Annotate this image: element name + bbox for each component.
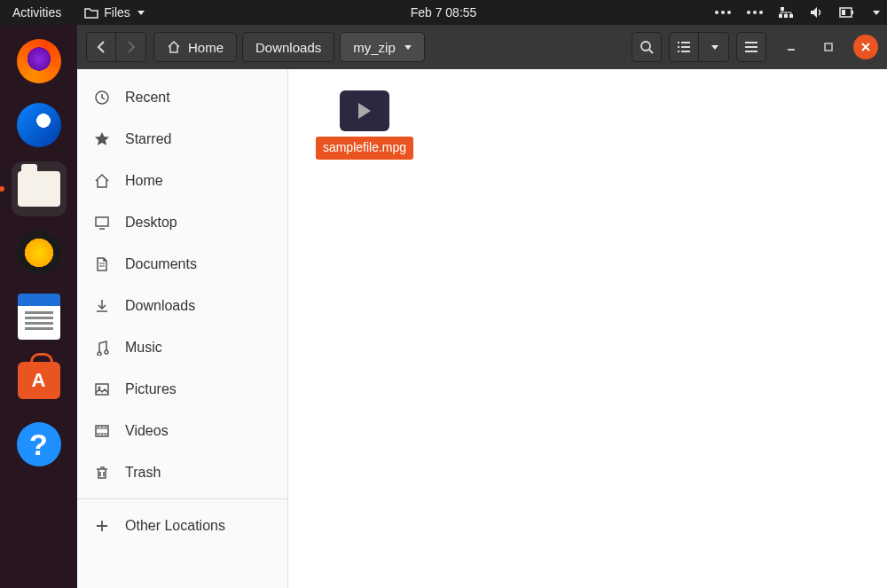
sidebar-item-label: Videos: [125, 423, 169, 439]
sidebar-item-label: Trash: [125, 465, 161, 481]
nav-buttons: [86, 32, 146, 62]
dock-app-firefox[interactable]: [12, 34, 67, 89]
file-item[interactable]: samplefile.mpg: [320, 90, 409, 160]
folder-icon: [18, 171, 60, 207]
pictures-icon: [93, 380, 111, 398]
sidebar-item-label: Other Locations: [125, 518, 225, 534]
close-button[interactable]: [853, 35, 878, 59]
activities-button[interactable]: Activities: [0, 0, 74, 25]
downloads-icon: [93, 297, 111, 315]
view-dropdown-button[interactable]: [699, 32, 729, 62]
documents-icon: [93, 255, 111, 273]
volume-icon[interactable]: [809, 5, 823, 20]
sidebar-item-trash[interactable]: Trash: [77, 451, 287, 493]
chevron-right-icon: [127, 41, 136, 53]
sidebar-item-label: Music: [125, 340, 162, 356]
sidebar-item-label: Documents: [125, 256, 197, 272]
app-menu-label: Files: [104, 5, 130, 20]
sidebar-item-pictures[interactable]: Pictures: [77, 368, 287, 410]
svg-point-7: [641, 42, 650, 51]
places-sidebar: Recent Starred Home Desktop Documents Do…: [77, 69, 288, 588]
home-icon: [167, 40, 181, 54]
video-thumbnail: [340, 90, 389, 131]
files-window: Home Downloads my_zip: [77, 25, 887, 588]
path-segment-downloads[interactable]: Downloads: [242, 32, 334, 62]
search-button[interactable]: [632, 32, 662, 62]
path-label: Home: [188, 40, 224, 55]
thunderbird-icon: [17, 103, 61, 147]
sidebar-item-other-locations[interactable]: Other Locations: [77, 505, 287, 546]
chevron-left-icon: [97, 41, 106, 53]
sidebar-item-label: Home: [125, 173, 163, 189]
svg-rect-6: [842, 10, 845, 15]
sidebar-item-videos[interactable]: Videos: [77, 410, 287, 451]
sidebar-item-recent[interactable]: Recent: [77, 76, 287, 118]
list-icon: [677, 41, 691, 53]
gnome-topbar: Activities Files Feb 7 08:55: [0, 0, 887, 25]
separator: [77, 498, 287, 499]
ubuntu-dock: ?: [0, 25, 77, 588]
dock-app-files[interactable]: [12, 161, 67, 216]
question-icon: ?: [17, 422, 61, 466]
dock-app-libreoffice-writer[interactable]: [12, 289, 67, 344]
hamburger-menu-button[interactable]: [736, 32, 766, 62]
sidebar-item-downloads[interactable]: Downloads: [77, 285, 287, 326]
path-segment-current[interactable]: my_zip: [340, 32, 425, 62]
chevron-down-icon: [404, 45, 412, 50]
close-icon: [861, 43, 870, 51]
dock-app-ubuntu-software[interactable]: [12, 353, 67, 408]
chevron-down-icon: [711, 45, 718, 50]
maximize-icon: [823, 42, 834, 52]
svg-rect-1: [779, 14, 782, 18]
clock[interactable]: Feb 7 08:55: [411, 5, 477, 20]
speaker-icon: [17, 231, 61, 275]
sidebar-item-music[interactable]: Music: [77, 326, 287, 368]
indicator-dots-icon[interactable]: [715, 11, 731, 14]
view-controls: [669, 32, 729, 62]
star-icon: [93, 130, 111, 148]
path-segment-home[interactable]: Home: [153, 32, 237, 62]
sidebar-item-desktop[interactable]: Desktop: [77, 201, 287, 243]
svg-rect-3: [789, 14, 793, 18]
trash-icon: [93, 464, 111, 482]
videos-icon: [93, 422, 111, 440]
shopping-bag-icon: [18, 362, 60, 399]
svg-rect-2: [784, 14, 788, 18]
svg-rect-11: [96, 384, 108, 395]
hamburger-icon: [744, 41, 758, 53]
back-button[interactable]: [86, 32, 116, 62]
forward-button[interactable]: [116, 32, 146, 62]
firefox-icon: [17, 39, 61, 83]
sidebar-item-label: Desktop: [125, 215, 177, 231]
maximize-button[interactable]: [816, 35, 841, 59]
desktop-icon: [93, 214, 111, 231]
window-body: Recent Starred Home Desktop Documents Do…: [77, 69, 887, 588]
svg-rect-5: [852, 11, 853, 14]
svg-rect-4: [840, 8, 852, 17]
document-icon: [18, 294, 60, 340]
sidebar-item-label: Pictures: [125, 381, 177, 397]
dock-app-help[interactable]: ?: [12, 417, 67, 472]
music-icon: [93, 339, 111, 357]
minimize-button[interactable]: [779, 35, 804, 59]
svg-rect-8: [825, 43, 832, 51]
network-icon[interactable]: [779, 5, 793, 20]
file-name-label: samplefile.mpg: [316, 137, 413, 160]
chevron-down-icon: [137, 11, 145, 15]
svg-rect-10: [96, 217, 108, 226]
dock-app-rhythmbox[interactable]: [12, 225, 67, 280]
search-icon: [640, 40, 654, 54]
sidebar-item-home[interactable]: Home: [77, 160, 287, 201]
list-view-button[interactable]: [669, 32, 699, 62]
svg-rect-0: [781, 7, 784, 11]
app-menu[interactable]: Files: [74, 0, 155, 25]
battery-icon[interactable]: [839, 6, 855, 19]
sidebar-item-documents[interactable]: Documents: [77, 243, 287, 285]
chevron-down-icon[interactable]: [873, 11, 880, 15]
indicator-dots-icon[interactable]: [747, 11, 763, 14]
file-view[interactable]: samplefile.mpg: [288, 69, 887, 588]
sidebar-item-starred[interactable]: Starred: [77, 118, 287, 160]
system-tray: [715, 5, 880, 20]
path-label: Downloads: [255, 40, 321, 55]
dock-app-thunderbird[interactable]: [12, 98, 67, 153]
